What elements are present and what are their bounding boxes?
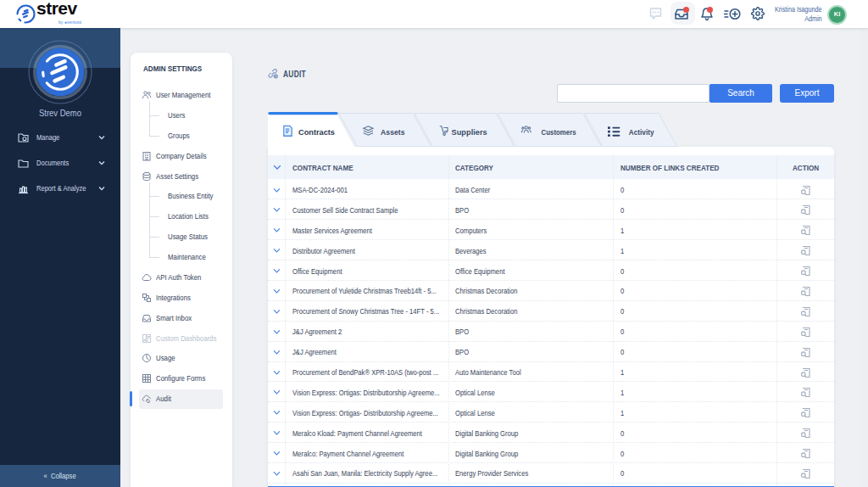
svg-text:Suppliers: Suppliers xyxy=(452,128,487,137)
svg-text:Contracts: Contracts xyxy=(298,128,335,137)
svg-text:Activity: Activity xyxy=(629,128,654,137)
svg-text:Customers: Customers xyxy=(542,128,576,137)
svg-text:Assets: Assets xyxy=(381,128,404,137)
